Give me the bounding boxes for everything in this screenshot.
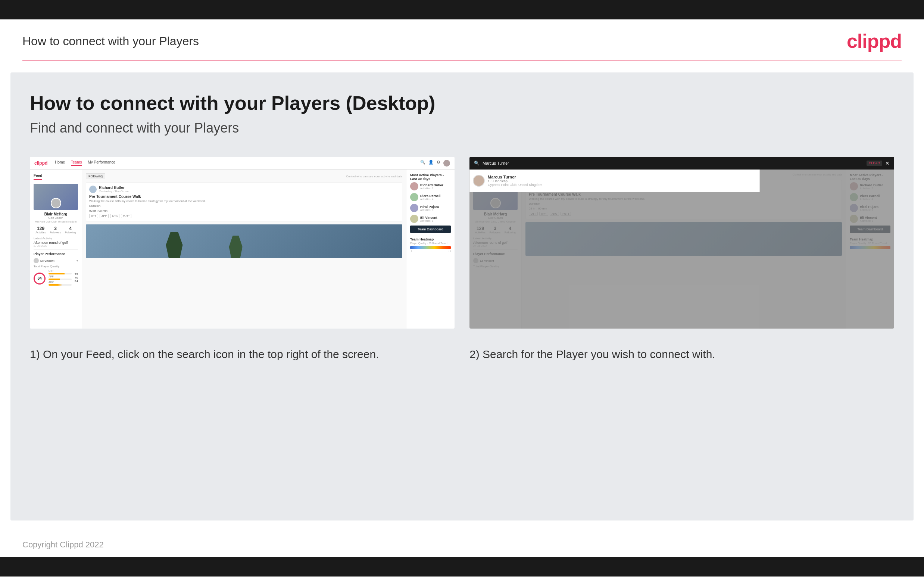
search-input[interactable] (482, 159, 864, 167)
avatar-icon[interactable] (443, 160, 450, 167)
search-results: Marcus Turner 1.5 Handicap Cypress Point… (469, 169, 760, 192)
ott-bar (49, 273, 72, 274)
player-avatar-3 (410, 204, 418, 212)
player-performance-title: Player Performance (34, 249, 78, 256)
clear-button[interactable]: CLEAR (867, 161, 882, 166)
player-name-3: Hiral Pujara (420, 205, 439, 209)
search-icon[interactable]: 🔍 (420, 160, 426, 167)
user-icon[interactable]: 👤 (429, 160, 434, 167)
stat-followers: 3 Followers (50, 226, 61, 234)
player-item-3: Hiral Pujara Activities: 3 (410, 204, 451, 212)
profile-name: Blair McHarg (34, 212, 78, 216)
following-button[interactable]: Following (86, 173, 105, 179)
player-acts-2: Activities: 4 (420, 198, 441, 201)
copyright-text: Copyright Clippd 2022 (23, 540, 104, 549)
act-header: Richard Butler Yesterday · The Grove (89, 185, 399, 193)
player-name-1: Richard Butler (420, 183, 443, 187)
player-avatar-4 (410, 215, 418, 223)
tag-ott: OTT (89, 214, 98, 218)
app-label: APP (49, 275, 72, 278)
tpq-label: Total Player Quality (34, 265, 78, 268)
search-result-handicap: 1.5 Handicap (488, 179, 542, 183)
screenshot-2: clippd Home Teams My Performance 🔍 👤 ⚙ (469, 157, 894, 329)
stat-activities: 129 Activities (36, 226, 46, 234)
bottom-bar (0, 557, 924, 576)
activity-name: Afternoon round of golf (34, 241, 78, 245)
tag-putt: PUTT (121, 214, 131, 218)
score-circle: 84 (34, 273, 45, 284)
activity-date: 27 Jul 2022 (34, 245, 78, 247)
golfer-silhouette-1 (165, 232, 184, 258)
clippd-logo: clippd (847, 30, 901, 52)
header-divider (23, 60, 901, 60)
arg-bar (49, 284, 72, 286)
heatmap-sub: Player Quality · 20 Round Trend (410, 242, 451, 245)
settings-icon[interactable]: ⚙ (437, 160, 440, 167)
app-bar (49, 279, 72, 280)
feed-tab[interactable]: Feed (34, 174, 42, 180)
mini-nav-icons: 🔍 👤 ⚙ (420, 160, 450, 167)
caption-1: 1) On your Feed, click on the search ico… (30, 346, 455, 362)
mini-body-1: Feed Blair McHarg Golf Coach Mill Ride G… (30, 169, 455, 329)
mini-nav-items: Home Teams My Performance (55, 160, 115, 166)
player-acts-1: Activities: 7 (420, 187, 443, 190)
pp-dropdown[interactable]: ▾ (76, 259, 78, 263)
latest-activity-label: Latest Activity (34, 237, 78, 240)
screenshot-1: clippd Home Teams My Performance 🔍 👤 ⚙ (30, 157, 455, 329)
control-link[interactable]: Control who can see your activity and da… (346, 175, 402, 178)
team-dashboard-btn[interactable]: Team Dashboard (410, 226, 451, 233)
caption-2: 2) Search for the Player you wish to con… (469, 346, 894, 362)
mini-nav-teams[interactable]: Teams (71, 160, 82, 166)
player-item-1: Richard Butler Activities: 7 (410, 182, 451, 190)
mini-center-feed: Following Control who can see your activ… (82, 169, 406, 329)
mini-nav-myperformance[interactable]: My Performance (88, 160, 115, 166)
tag-arg: ARG (110, 214, 120, 218)
screenshots-row: clippd Home Teams My Performance 🔍 👤 ⚙ (30, 157, 894, 329)
profile-avatar (51, 198, 61, 208)
pp-player-row: Eli Vincent ▾ (34, 258, 78, 263)
profile-club: Mill Ride Golf Club, United Kingdom (34, 220, 78, 223)
main-content: How to connect with your Players (Deskto… (10, 72, 914, 521)
activity-image (86, 224, 402, 258)
mini-nav-1: clippd Home Teams My Performance 🔍 👤 ⚙ (30, 157, 455, 169)
search-result-avatar (473, 175, 485, 187)
captions-row: 1) On your Feed, click on the search ico… (30, 346, 894, 362)
following-bar: Following Control who can see your activ… (86, 173, 402, 179)
mini-logo-1: clippd (34, 161, 47, 166)
act-duration-label: Duration (89, 204, 399, 208)
act-avatar (89, 185, 97, 193)
ott-label: OTT (49, 270, 72, 272)
stat-following: 4 Following (65, 226, 76, 234)
player-acts-4: Activities: 1 (420, 219, 437, 222)
player-item-4: Eli Vincent Activities: 1 (410, 215, 451, 223)
page-title: How to connect with your Players (23, 34, 199, 48)
mini-app-2: clippd Home Teams My Performance 🔍 👤 ⚙ (469, 157, 894, 329)
act-title: Pre Tournament Course Walk (89, 195, 399, 199)
player-name-2: Piers Parnell (420, 194, 441, 198)
search-result-club: Cypress Point Club, United Kingdom (488, 183, 542, 187)
pp-player-name: Eli Vincent (40, 259, 55, 263)
act-tags: OTT APP ARG PUTT (89, 214, 399, 218)
act-name: Richard Butler (99, 185, 129, 190)
act-desc: Walking the course with my coach to buil… (89, 200, 399, 203)
player-item-2: Piers Parnell Activities: 4 (410, 193, 451, 201)
search-result-item[interactable]: Marcus Turner 1.5 Handicap Cypress Point… (473, 172, 756, 189)
main-content-title: How to connect with your Players (Deskto… (30, 92, 894, 114)
profile-stats: 129 Activities 3 Followers 4 Following (34, 226, 78, 234)
player-avatar-2 (410, 193, 418, 201)
mini-nav-home[interactable]: Home (55, 160, 65, 166)
mini-app-1: clippd Home Teams My Performance 🔍 👤 ⚙ (30, 157, 455, 329)
score-values: 79 70 64 (74, 273, 78, 283)
player-name-4: Eli Vincent (420, 216, 437, 219)
heatmap-title: Team Heatmap (410, 237, 451, 241)
header: How to connect with your Players clippd (0, 19, 924, 60)
act-meta: Yesterday · The Grove (99, 190, 129, 193)
pp-avatar (34, 258, 39, 263)
footer: Copyright Clippd 2022 (0, 533, 924, 557)
profile-picture-area (34, 184, 78, 210)
search-result-name: Marcus Turner (488, 175, 542, 179)
golfer-silhouette-2 (228, 235, 243, 258)
main-content-subtitle: Find and connect with your Players (30, 120, 894, 136)
tag-app: APP (100, 214, 108, 218)
close-search-icon[interactable]: ✕ (885, 160, 890, 166)
